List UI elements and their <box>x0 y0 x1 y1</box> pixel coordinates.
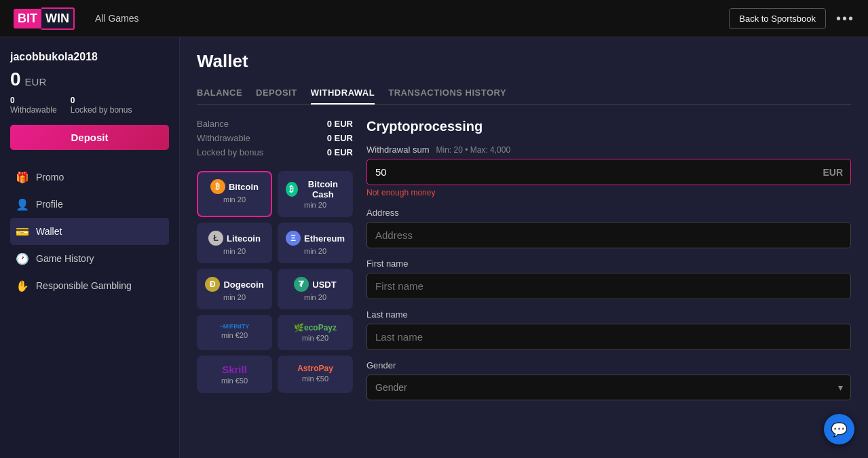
currency-label: EUR <box>823 167 843 178</box>
sidebar-item-responsible-gambling[interactable]: ✋ Responsible Gambling <box>10 272 169 299</box>
sidebar-item-promo[interactable]: 🎁 Promo <box>10 164 169 191</box>
withdrawal-sum-group: Withdrawal sum Min: 20 • Max: 4,000 EUR … <box>366 145 851 197</box>
withdrawal-sum-label: Withdrawal sum <box>366 145 429 155</box>
dogecoin-icon: Ð <box>205 277 220 292</box>
gender-select[interactable]: Gender Male Female Other <box>366 375 851 400</box>
bitcoin-min: min 20 <box>205 195 264 204</box>
address-label: Address <box>366 208 851 218</box>
wallet-tabs: BALANCE DEPOSIT WITHDRAWAL TRANSACTIONS … <box>197 82 851 105</box>
logo-bit: BIT <box>14 9 41 28</box>
back-to-sportsbook-button[interactable]: Back to Sportsbook <box>729 8 826 29</box>
chat-icon: 💬 <box>831 421 848 438</box>
locked-row-label: Locked by bonus <box>197 147 263 157</box>
balance-row-label: Balance <box>197 119 229 129</box>
payment-usdt[interactable]: ₮ USDT min 20 <box>278 269 353 309</box>
sidebar-item-promo-label: Promo <box>36 172 64 183</box>
sidebar-balance: 0 <box>10 69 21 90</box>
more-options-icon[interactable]: ••• <box>836 11 854 26</box>
wallet-icon: 💳 <box>16 225 29 238</box>
sidebar-item-wallet[interactable]: 💳 Wallet <box>10 218 169 245</box>
payment-methods-grid: ₿ Bitcoin min 20 ₿ Bitcoin Cash min 20 <box>197 171 353 393</box>
payment-ecopayz[interactable]: 🌿ecoPayz min €20 <box>278 315 353 350</box>
withdrawable-detail: 0 Withdawable <box>10 96 57 115</box>
locked-row-value: 0 EUR <box>327 147 353 157</box>
sidebar-item-profile[interactable]: 👤 Profile <box>10 191 169 218</box>
balance-info: Balance 0 EUR Withdrawable 0 EUR Locked … <box>197 119 353 157</box>
content-grid: Balance 0 EUR Withdrawable 0 EUR Locked … <box>197 119 851 411</box>
left-panel: Balance 0 EUR Withdrawable 0 EUR Locked … <box>197 119 353 411</box>
balance-row-value: 0 EUR <box>327 119 353 129</box>
gender-select-wrapper: Gender Male Female Other ▾ <box>366 375 851 400</box>
deposit-button[interactable]: Deposit <box>10 125 169 150</box>
balance-row-balance: Balance 0 EUR <box>197 119 353 129</box>
error-message: Not enough money <box>366 188 851 197</box>
payment-ethereum[interactable]: Ξ Ethereum min 20 <box>278 223 353 263</box>
address-input[interactable] <box>366 222 851 248</box>
main-content: Wallet BALANCE DEPOSIT WITHDRAWAL TRANSA… <box>180 37 868 458</box>
tab-transactions[interactable]: TRANSACTIONS HISTORY <box>388 82 506 104</box>
game-history-icon: 🕐 <box>16 252 29 265</box>
crypto-title: Cryptoprocessing <box>366 119 851 134</box>
sidebar-item-game-history[interactable]: 🕐 Game History <box>10 245 169 272</box>
header-right: Back to Sportsbook ••• <box>729 8 854 29</box>
skrill-icon: Skrill <box>222 364 247 375</box>
responsible-gambling-icon: ✋ <box>16 279 29 292</box>
sidebar-item-game-history-label: Game History <box>36 253 94 264</box>
ethereum-icon: Ξ <box>286 231 301 246</box>
locked-value: 0 <box>71 96 132 105</box>
first-name-label: First name <box>366 259 851 269</box>
astropay-min: min €50 <box>286 375 345 383</box>
payment-astropay[interactable]: AstroPay min €50 <box>278 356 353 393</box>
page-title: Wallet <box>197 51 851 72</box>
astropay-icon: AstroPay <box>297 364 333 373</box>
payment-bitcoin-cash[interactable]: ₿ Bitcoin Cash min 20 <box>278 171 353 217</box>
litecoin-icon: Ł <box>208 231 223 246</box>
sidebar-item-profile-label: Profile <box>36 199 63 210</box>
withdrawal-sum-label-row: Withdrawal sum Min: 20 • Max: 4,000 <box>366 145 851 155</box>
promo-icon: 🎁 <box>16 170 29 184</box>
balance-row-locked: Locked by bonus 0 EUR <box>197 147 353 157</box>
chat-button[interactable]: 💬 <box>824 414 854 444</box>
dogecoin-min: min 20 <box>205 293 264 301</box>
header: BIT WIN All Games Back to Sportsbook ••• <box>0 0 868 37</box>
sidebar: jacobbukola2018 0 EUR 0 Withdawable 0 Lo… <box>0 37 180 458</box>
payment-dogecoin[interactable]: Ð Dogecoin min 20 <box>197 269 272 309</box>
payment-mifinity[interactable]: ~MIFINITY min €20 <box>197 315 272 350</box>
withdrawable-value: 0 <box>10 96 57 105</box>
tab-withdrawal[interactable]: WITHDRAWAL <box>311 82 375 104</box>
all-games-link[interactable]: All Games <box>95 13 139 24</box>
ecopayz-min: min €20 <box>286 334 345 342</box>
locked-detail: 0 Locked by bonus <box>71 96 132 115</box>
min-max-text: Min: 20 • Max: 4,000 <box>436 145 510 155</box>
profile-icon: 👤 <box>16 197 29 211</box>
withdrawable-row-label: Withdrawable <box>197 133 250 143</box>
logo-win: WIN <box>41 7 75 30</box>
last-name-label: Last name <box>366 309 851 320</box>
mifinity-min: min €20 <box>205 331 264 339</box>
tab-deposit[interactable]: DEPOSIT <box>256 82 297 104</box>
withdrawable-label: Withdawable <box>10 105 57 115</box>
amount-input[interactable] <box>366 159 851 185</box>
bitcoin-icon: ₿ <box>210 179 225 194</box>
first-name-input[interactable] <box>366 273 851 299</box>
payment-litecoin[interactable]: Ł Litecoin min 20 <box>197 223 272 263</box>
gender-group: Gender Gender Male Female Other ▾ <box>366 360 851 400</box>
username: jacobbukola2018 <box>10 51 169 63</box>
payment-bitcoin[interactable]: ₿ Bitcoin min 20 <box>197 171 272 217</box>
balance-details: 0 Withdawable 0 Locked by bonus <box>10 96 169 115</box>
sidebar-item-responsible-gambling-label: Responsible Gambling <box>36 280 132 291</box>
withdrawable-row-value: 0 EUR <box>327 133 353 143</box>
litecoin-min: min 20 <box>205 247 264 255</box>
payment-skrill[interactable]: Skrill min €50 <box>197 356 272 393</box>
skrill-min: min €50 <box>205 377 264 385</box>
amount-input-wrapper: EUR <box>366 159 851 185</box>
logo: BIT WIN <box>14 7 75 30</box>
balance-row-withdrawable: Withdrawable 0 EUR <box>197 133 353 143</box>
mifinity-icon: ~MIFINITY <box>220 323 250 330</box>
tab-balance[interactable]: BALANCE <box>197 82 242 104</box>
first-name-group: First name <box>366 259 851 299</box>
usdt-min: min 20 <box>286 293 345 301</box>
last-name-input[interactable] <box>366 324 851 350</box>
sidebar-currency: EUR <box>25 76 47 88</box>
bitcoin-cash-min: min 20 <box>286 201 345 209</box>
